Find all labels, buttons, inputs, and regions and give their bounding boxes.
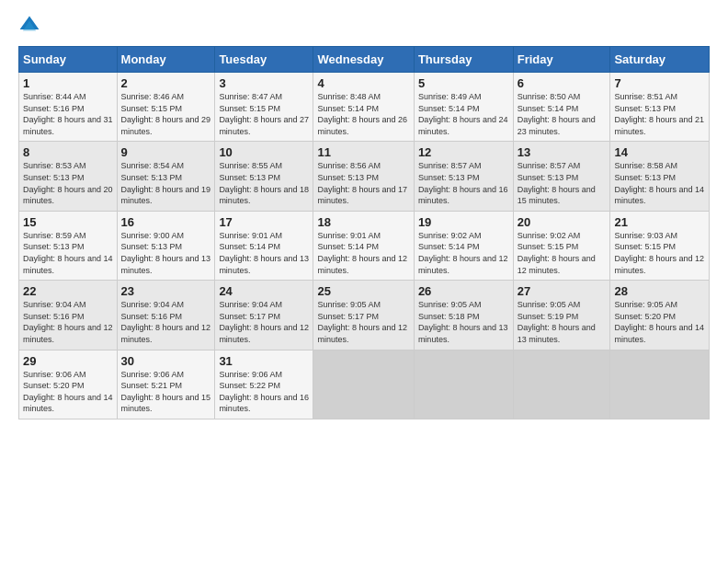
day-number: 14 bbox=[614, 145, 705, 159]
day-number: 3 bbox=[219, 76, 309, 90]
day-info: Sunrise: 9:01 AMSunset: 5:14 PMDaylight:… bbox=[317, 231, 407, 275]
calendar-cell: 23Sunrise: 9:04 AMSunset: 5:16 PMDayligh… bbox=[117, 281, 215, 350]
calendar-cell: 10Sunrise: 8:55 AMSunset: 5:13 PMDayligh… bbox=[215, 142, 313, 211]
calendar-cell: 16Sunrise: 9:00 AMSunset: 5:13 PMDayligh… bbox=[117, 211, 215, 280]
day-number: 6 bbox=[518, 76, 607, 90]
calendar-cell: 17Sunrise: 9:01 AMSunset: 5:14 PMDayligh… bbox=[215, 211, 313, 280]
day-number: 20 bbox=[518, 215, 607, 229]
week-row-4: 22Sunrise: 9:04 AMSunset: 5:16 PMDayligh… bbox=[19, 281, 710, 350]
calendar-cell: 12Sunrise: 8:57 AMSunset: 5:13 PMDayligh… bbox=[414, 142, 513, 211]
calendar-cell bbox=[313, 350, 414, 419]
day-number: 9 bbox=[121, 145, 211, 159]
day-info: Sunrise: 9:02 AMSunset: 5:14 PMDaylight:… bbox=[418, 231, 508, 275]
day-number: 24 bbox=[219, 284, 309, 298]
day-info: Sunrise: 9:05 AMSunset: 5:20 PMDaylight:… bbox=[614, 300, 704, 344]
day-number: 21 bbox=[614, 215, 705, 229]
calendar-cell: 26Sunrise: 9:05 AMSunset: 5:18 PMDayligh… bbox=[414, 281, 513, 350]
calendar-cell: 7Sunrise: 8:51 AMSunset: 5:13 PMDaylight… bbox=[610, 73, 710, 142]
day-info: Sunrise: 8:51 AMSunset: 5:13 PMDaylight:… bbox=[614, 92, 704, 136]
day-info: Sunrise: 9:04 AMSunset: 5:16 PMDaylight:… bbox=[121, 300, 211, 344]
calendar-cell: 22Sunrise: 9:04 AMSunset: 5:16 PMDayligh… bbox=[19, 281, 118, 350]
calendar-cell: 19Sunrise: 9:02 AMSunset: 5:14 PMDayligh… bbox=[414, 211, 513, 280]
day-info: Sunrise: 9:05 AMSunset: 5:19 PMDaylight:… bbox=[518, 300, 596, 344]
day-number: 5 bbox=[418, 76, 509, 90]
calendar-cell: 3Sunrise: 8:47 AMSunset: 5:15 PMDaylight… bbox=[215, 73, 313, 142]
day-info: Sunrise: 8:48 AMSunset: 5:14 PMDaylight:… bbox=[317, 92, 407, 136]
day-info: Sunrise: 8:55 AMSunset: 5:13 PMDaylight:… bbox=[219, 161, 309, 205]
calendar-cell: 15Sunrise: 8:59 AMSunset: 5:13 PMDayligh… bbox=[19, 211, 118, 280]
calendar-cell: 5Sunrise: 8:49 AMSunset: 5:14 PMDaylight… bbox=[414, 73, 513, 142]
header-day-tuesday: Tuesday bbox=[215, 47, 313, 73]
day-info: Sunrise: 9:06 AMSunset: 5:21 PMDaylight:… bbox=[121, 370, 211, 414]
calendar-cell: 1Sunrise: 8:44 AMSunset: 5:16 PMDaylight… bbox=[19, 73, 118, 142]
header-day-thursday: Thursday bbox=[414, 47, 513, 73]
calendar-cell: 31Sunrise: 9:06 AMSunset: 5:22 PMDayligh… bbox=[215, 350, 313, 419]
day-number: 30 bbox=[121, 354, 211, 368]
day-number: 19 bbox=[418, 215, 509, 229]
day-number: 29 bbox=[23, 354, 113, 368]
day-number: 28 bbox=[614, 284, 705, 298]
calendar-cell: 2Sunrise: 8:46 AMSunset: 5:15 PMDaylight… bbox=[117, 73, 215, 142]
day-info: Sunrise: 9:05 AMSunset: 5:18 PMDaylight:… bbox=[418, 300, 508, 344]
calendar-cell: 25Sunrise: 9:05 AMSunset: 5:17 PMDayligh… bbox=[313, 281, 414, 350]
header-day-sunday: Sunday bbox=[19, 47, 118, 73]
day-number: 11 bbox=[317, 145, 409, 159]
day-number: 27 bbox=[518, 284, 607, 298]
day-info: Sunrise: 8:44 AMSunset: 5:16 PMDaylight:… bbox=[23, 92, 113, 136]
day-info: Sunrise: 8:53 AMSunset: 5:13 PMDaylight:… bbox=[23, 161, 113, 205]
day-number: 22 bbox=[23, 284, 113, 298]
day-number: 7 bbox=[614, 76, 705, 90]
day-number: 26 bbox=[418, 284, 509, 298]
calendar-cell: 9Sunrise: 8:54 AMSunset: 5:13 PMDaylight… bbox=[117, 142, 215, 211]
calendar-cell bbox=[414, 350, 513, 419]
calendar-cell: 21Sunrise: 9:03 AMSunset: 5:15 PMDayligh… bbox=[610, 211, 710, 280]
day-info: Sunrise: 9:04 AMSunset: 5:17 PMDaylight:… bbox=[219, 300, 309, 344]
calendar-cell: 11Sunrise: 8:56 AMSunset: 5:13 PMDayligh… bbox=[313, 142, 414, 211]
day-info: Sunrise: 8:47 AMSunset: 5:15 PMDaylight:… bbox=[219, 92, 309, 136]
week-row-5: 29Sunrise: 9:06 AMSunset: 5:20 PMDayligh… bbox=[19, 350, 710, 419]
page: SundayMondayTuesdayWednesdayThursdayFrid… bbox=[0, 0, 728, 434]
day-info: Sunrise: 9:06 AMSunset: 5:20 PMDaylight:… bbox=[23, 370, 113, 414]
calendar-cell bbox=[513, 350, 610, 419]
day-info: Sunrise: 9:05 AMSunset: 5:17 PMDaylight:… bbox=[317, 300, 407, 344]
day-info: Sunrise: 8:56 AMSunset: 5:13 PMDaylight:… bbox=[317, 161, 407, 205]
calendar-cell: 28Sunrise: 9:05 AMSunset: 5:20 PMDayligh… bbox=[610, 281, 710, 350]
day-info: Sunrise: 8:50 AMSunset: 5:14 PMDaylight:… bbox=[518, 92, 596, 136]
day-info: Sunrise: 9:04 AMSunset: 5:16 PMDaylight:… bbox=[23, 300, 113, 344]
day-info: Sunrise: 8:57 AMSunset: 5:13 PMDaylight:… bbox=[418, 161, 508, 205]
day-info: Sunrise: 8:57 AMSunset: 5:13 PMDaylight:… bbox=[518, 161, 596, 205]
calendar-table: SundayMondayTuesdayWednesdayThursdayFrid… bbox=[18, 46, 710, 419]
calendar-cell: 8Sunrise: 8:53 AMSunset: 5:13 PMDaylight… bbox=[19, 142, 118, 211]
day-info: Sunrise: 8:49 AMSunset: 5:14 PMDaylight:… bbox=[418, 92, 508, 136]
calendar-cell: 13Sunrise: 8:57 AMSunset: 5:13 PMDayligh… bbox=[513, 142, 610, 211]
day-info: Sunrise: 9:00 AMSunset: 5:13 PMDaylight:… bbox=[121, 231, 211, 275]
calendar-cell: 27Sunrise: 9:05 AMSunset: 5:19 PMDayligh… bbox=[513, 281, 610, 350]
calendar-cell: 4Sunrise: 8:48 AMSunset: 5:14 PMDaylight… bbox=[313, 73, 414, 142]
day-number: 2 bbox=[121, 76, 211, 90]
day-info: Sunrise: 9:02 AMSunset: 5:15 PMDaylight:… bbox=[518, 231, 596, 275]
header-row: SundayMondayTuesdayWednesdayThursdayFrid… bbox=[19, 47, 710, 73]
logo-icon bbox=[18, 15, 40, 37]
calendar-cell: 14Sunrise: 8:58 AMSunset: 5:13 PMDayligh… bbox=[610, 142, 710, 211]
calendar-cell bbox=[610, 350, 710, 419]
day-number: 17 bbox=[219, 215, 309, 229]
day-number: 10 bbox=[219, 145, 309, 159]
day-info: Sunrise: 8:59 AMSunset: 5:13 PMDaylight:… bbox=[23, 231, 113, 275]
day-number: 4 bbox=[317, 76, 409, 90]
day-info: Sunrise: 8:46 AMSunset: 5:15 PMDaylight:… bbox=[121, 92, 211, 136]
day-number: 12 bbox=[418, 145, 509, 159]
calendar-cell: 20Sunrise: 9:02 AMSunset: 5:15 PMDayligh… bbox=[513, 211, 610, 280]
logo bbox=[18, 15, 46, 37]
header-day-monday: Monday bbox=[117, 47, 215, 73]
day-number: 16 bbox=[121, 215, 211, 229]
day-number: 15 bbox=[23, 215, 113, 229]
header-day-wednesday: Wednesday bbox=[313, 47, 414, 73]
header bbox=[18, 15, 710, 37]
calendar-cell: 24Sunrise: 9:04 AMSunset: 5:17 PMDayligh… bbox=[215, 281, 313, 350]
header-day-saturday: Saturday bbox=[610, 47, 710, 73]
calendar-cell: 29Sunrise: 9:06 AMSunset: 5:20 PMDayligh… bbox=[19, 350, 118, 419]
calendar-cell: 30Sunrise: 9:06 AMSunset: 5:21 PMDayligh… bbox=[117, 350, 215, 419]
header-day-friday: Friday bbox=[513, 47, 610, 73]
day-number: 13 bbox=[518, 145, 607, 159]
calendar-cell: 6Sunrise: 8:50 AMSunset: 5:14 PMDaylight… bbox=[513, 73, 610, 142]
